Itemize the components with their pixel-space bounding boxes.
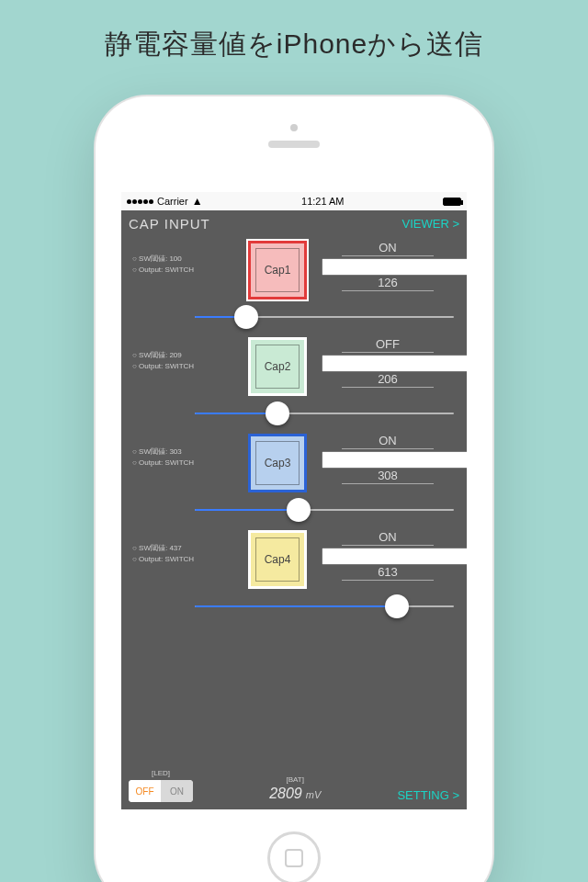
bat-label: [BAT] — [269, 775, 321, 784]
bat-unit: mV — [306, 789, 322, 800]
cap-box-label: Cap1 — [255, 248, 300, 292]
cap-slider-3[interactable] — [195, 501, 454, 519]
input-heading — [322, 355, 454, 372]
input-value: 206 — [342, 372, 434, 388]
input-value: 613 — [342, 565, 434, 581]
headline: 静電容量値をiPhoneから送信 — [0, 0, 588, 63]
cap-box-label: Cap4 — [255, 537, 300, 582]
wifi-icon: ▲ — [192, 195, 203, 208]
phone-camera — [290, 124, 298, 131]
app-content: CAP INPUT VIEWER > SW閾値: 100 Output: SWI… — [121, 210, 467, 809]
carrier-label: Carrier — [157, 196, 188, 207]
cap-box-2[interactable]: Cap2 — [248, 337, 307, 396]
home-button[interactable] — [267, 831, 321, 882]
switch-state: ON — [342, 530, 434, 546]
input-heading — [322, 451, 454, 469]
cap-row-3: SW閾値: 303 Output: SWITCH Cap3 ON 308 — [129, 428, 459, 525]
slider-thumb[interactable] — [287, 498, 311, 522]
cap-row-1: SW閾値: 100 Output: SWITCH Cap1 ON 126 — [129, 235, 459, 332]
slider-thumb[interactable] — [385, 594, 409, 618]
viewer-link[interactable]: VIEWER > — [402, 217, 460, 231]
bat-value: 2809 — [269, 786, 302, 801]
switch-state: ON — [342, 241, 434, 256]
signal-icon — [127, 199, 153, 204]
cap-box-label: Cap3 — [255, 441, 300, 485]
setting-link[interactable]: SETTING > — [397, 788, 459, 802]
cap-row-2: SW閾値: 209 Output: SWITCH Cap2 OFF 206 — [129, 332, 459, 428]
phone-screen: Carrier ▲ 11:21 AM CAP INPUT VIEWER > SW… — [121, 192, 467, 809]
cap-slider-2[interactable] — [195, 404, 454, 423]
phone-speaker — [268, 141, 320, 148]
phone-frame: Carrier ▲ 11:21 AM CAP INPUT VIEWER > SW… — [96, 96, 492, 882]
battery-icon — [443, 198, 461, 206]
led-label: [LED] — [129, 769, 193, 777]
switch-state: OFF — [342, 337, 434, 353]
led-toggle[interactable]: OFF ON — [129, 780, 193, 802]
input-value: 126 — [342, 276, 434, 291]
slider-thumb[interactable] — [266, 401, 289, 425]
cap-config-labels: SW閾値: 437 Output: SWITCH — [132, 543, 194, 565]
cap-box-3[interactable]: Cap3 — [248, 434, 307, 492]
cap-slider-4[interactable] — [195, 597, 454, 616]
input-value: 308 — [342, 469, 434, 484]
status-bar: Carrier ▲ 11:21 AM — [121, 192, 467, 210]
cap-slider-1[interactable] — [195, 308, 454, 326]
cap-config-labels: SW閾値: 303 Output: SWITCH — [132, 447, 194, 469]
input-heading — [322, 548, 454, 565]
cap-box-1[interactable]: Cap1 — [248, 241, 307, 300]
cap-row-4: SW閾値: 437 Output: SWITCH Cap4 ON 613 — [129, 525, 459, 621]
slider-thumb[interactable] — [234, 305, 258, 329]
led-on-segment[interactable]: ON — [161, 780, 193, 802]
app-title: CAP INPUT — [129, 216, 210, 232]
cap-box-label: Cap2 — [255, 345, 300, 389]
switch-state: ON — [342, 434, 434, 449]
input-heading — [322, 258, 454, 276]
status-time: 11:21 AM — [301, 196, 344, 207]
cap-config-labels: SW閾値: 100 Output: SWITCH — [132, 254, 194, 276]
cap-config-labels: SW閾値: 209 Output: SWITCH — [132, 350, 194, 372]
cap-box-4[interactable]: Cap4 — [248, 530, 307, 589]
led-off-segment[interactable]: OFF — [129, 780, 161, 802]
